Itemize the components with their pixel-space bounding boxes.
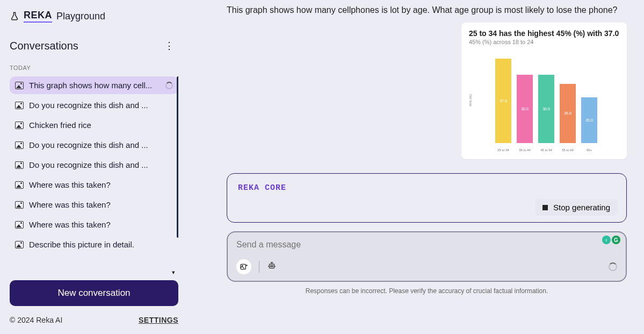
user-message: This graph shows how many cellphones is …	[227, 5, 627, 15]
date-group-label: TODAY	[10, 65, 178, 71]
conversation-label: Describe this picture in detail.	[29, 240, 134, 249]
bar-category: 45 to 54	[540, 148, 552, 152]
settings-link[interactable]: SETTINGS	[139, 316, 178, 324]
sidebar: REKA Playground Conversations ⋮ TODAY Th…	[0, 0, 188, 334]
main-panel: This graph shows how many cellphones is …	[188, 0, 644, 334]
composer-divider	[259, 261, 259, 273]
chart-card: 25 to 34 has the highest 45% (%) with 37…	[461, 23, 627, 159]
image-icon	[15, 201, 24, 209]
image-icon	[15, 181, 24, 189]
conversation-label: Where was this taken?	[29, 220, 111, 229]
brand: REKA Playground	[10, 10, 178, 23]
brand-name: REKA	[24, 10, 52, 23]
bar-value: 20.0	[585, 118, 593, 122]
bar-value: 30.0	[521, 107, 529, 111]
bar-category: 25 to 34	[497, 148, 509, 152]
conversations-menu-button[interactable]: ⋮	[160, 38, 178, 54]
conversation-label: Do you recognize this dish and ...	[29, 140, 148, 150]
image-icon	[15, 82, 24, 89]
svg-rect-4	[272, 266, 273, 267]
svg-rect-2	[270, 264, 274, 268]
image-icon	[15, 241, 24, 248]
scroll-down-caret[interactable]: ▾	[10, 269, 178, 276]
image-icon	[15, 141, 24, 149]
image-icon	[15, 122, 24, 129]
brand-suffix: Playground	[56, 11, 105, 22]
chart-bar: 37.025 to 34	[495, 59, 511, 152]
conversation-label: Where was this taken?	[29, 180, 111, 189]
chart-title: 25 to 34 has the highest 45% (%) with 37…	[469, 29, 619, 38]
conversations-title: Conversations	[10, 40, 78, 52]
copyright: © 2024 Reka AI	[10, 316, 62, 324]
hint-badge-icon[interactable]: ♀	[602, 236, 611, 244]
new-conversation-button[interactable]: New conversation	[10, 280, 178, 306]
image-plus-icon	[240, 262, 248, 271]
stop-label: Stop generating	[553, 203, 610, 212]
bar-rect: 26.0	[560, 84, 576, 144]
disclaimer-text: Responses can be incorrect. Please verif…	[227, 287, 627, 295]
conversation-label: Do you recognize this dish and ...	[29, 160, 148, 169]
flask-icon	[10, 11, 19, 21]
image-icon	[15, 161, 24, 169]
message-input[interactable]	[236, 239, 617, 259]
conversation-list: This graph shows how many cell...Do you …	[10, 76, 178, 253]
bar-rect: 20.0	[581, 97, 597, 143]
conversation-item[interactable]: Where was this taken?	[10, 176, 178, 194]
sidebar-scrollbar[interactable]	[177, 76, 178, 238]
bar-value: 30.0	[542, 107, 550, 111]
message-composer: ♀ G	[227, 231, 627, 282]
assistant-response-card: REKA CORE Stop generating	[227, 173, 627, 223]
bar-category: 65+	[587, 148, 592, 152]
bar-rect: 37.0	[495, 59, 511, 143]
chart-bar: 30.035 to 44	[517, 75, 533, 152]
image-icon	[15, 102, 24, 109]
conversation-item[interactable]: Do you recognize this dish and ...	[10, 136, 178, 154]
chart-bar: 30.045 to 54	[538, 75, 554, 152]
robot-icon	[267, 261, 277, 271]
bar-category: 35 to 44	[519, 148, 531, 152]
conversation-item[interactable]: This graph shows how many cell...	[10, 76, 178, 94]
stop-icon	[542, 205, 548, 210]
attach-image-button[interactable]	[236, 259, 251, 274]
bar-value: 26.0	[564, 111, 571, 115]
send-spinner-icon	[609, 262, 617, 271]
conversation-item[interactable]: Do you recognize this dish and ...	[10, 156, 178, 174]
bar-category: 55 to 64	[562, 148, 574, 152]
model-select-button[interactable]	[267, 261, 277, 273]
conversation-item[interactable]: Describe this picture in detail.	[10, 236, 178, 253]
assistant-name: REKA CORE	[238, 183, 616, 193]
conversation-label: Chicken fried rice	[29, 120, 91, 130]
svg-point-1	[242, 265, 243, 266]
conversation-label: Where was this taken?	[29, 200, 111, 209]
chart-bar: 20.065+	[581, 97, 597, 152]
grammarly-badge-icon[interactable]: G	[612, 236, 620, 244]
conversation-item[interactable]: Do you recognize this dish and ...	[10, 96, 178, 114]
conversation-item[interactable]: Where was this taken?	[10, 196, 178, 214]
conversation-item[interactable]: Chicken fried rice	[10, 116, 178, 134]
chart-bars: 37.025 to 3430.035 to 4430.045 to 5426.0…	[473, 49, 619, 152]
image-icon	[15, 221, 24, 229]
bar-rect: 30.0	[538, 75, 554, 144]
bar-rect: 30.0	[517, 75, 533, 144]
bar-value: 37.0	[500, 99, 507, 103]
svg-rect-3	[271, 266, 272, 267]
stop-generating-button[interactable]: Stop generating	[535, 199, 618, 216]
loading-spinner-icon	[165, 82, 173, 89]
chart-ylabel: 45% (%)	[469, 94, 472, 106]
conversation-item[interactable]: Where was this taken?	[10, 216, 178, 233]
conversation-label: This graph shows how many cell...	[29, 81, 152, 90]
chart-subtitle: 45% (%) across 18 to 24	[469, 39, 619, 45]
conversation-label: Do you recognize this dish and ...	[29, 101, 148, 110]
chart-bar: 26.055 to 64	[560, 84, 576, 152]
